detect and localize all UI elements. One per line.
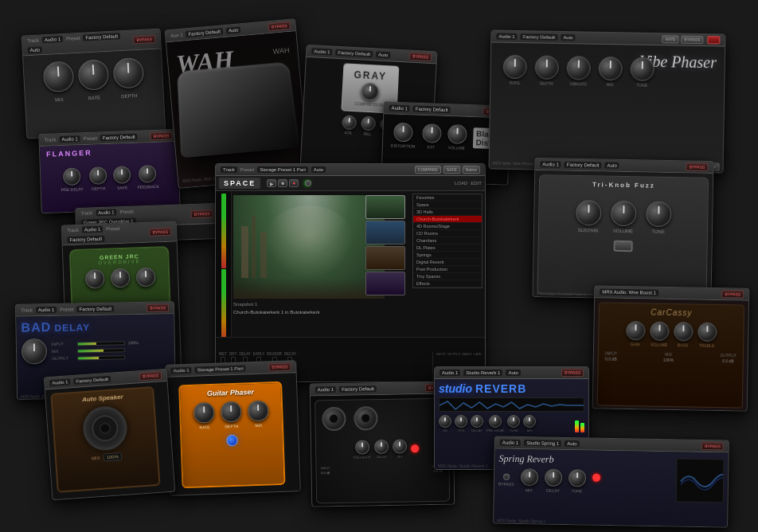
space-icon2[interactable] bbox=[305, 180, 311, 186]
space-stop-btn[interactable]: ■ bbox=[278, 179, 287, 187]
space-list-3dhalls[interactable]: 3D Halls bbox=[413, 209, 482, 216]
chorus-knob-rate[interactable] bbox=[77, 59, 109, 91]
studioreverb-knob-on[interactable] bbox=[439, 415, 451, 428]
overdrive-knob-3[interactable] bbox=[135, 268, 155, 288]
studioreverb-knob-mix[interactable] bbox=[523, 415, 536, 428]
space-list-space[interactable]: Space bbox=[413, 201, 482, 209]
wireboost-plugin[interactable]: MRX Audio: Wire Boost 1 BYPASS CarCassy … bbox=[592, 285, 750, 411]
tapeecho-plugin[interactable]: Audio 1 Factory Default BYPASS FEEDBACK bbox=[310, 381, 455, 507]
wireboost-knob-bass[interactable] bbox=[674, 322, 693, 341]
overdrive-knob-2[interactable] bbox=[110, 268, 130, 288]
space-list-4drooms[interactable]: 4D Rooms/Stage bbox=[413, 223, 482, 230]
wah-bypass-btn[interactable]: BYPASS bbox=[268, 22, 291, 31]
space-thumb-1[interactable] bbox=[365, 195, 405, 219]
space-list-tiny[interactable]: Tiny Spaces bbox=[413, 273, 482, 280]
flanger-knob-depth[interactable] bbox=[89, 166, 107, 185]
delay-bypass-btn[interactable]: BYPASS bbox=[147, 303, 169, 311]
chorus-knob-depth[interactable] bbox=[112, 57, 144, 89]
space-preset-list[interactable]: Favorites Space 3D Halls Church-Butokate… bbox=[412, 194, 483, 288]
springreverb-knob-decay[interactable] bbox=[545, 469, 562, 487]
chorus-plugin[interactable]: Track Audio 1 Preset Factory Default Aut… bbox=[21, 29, 166, 139]
space-list-church[interactable]: Church-Butokaterkerk bbox=[413, 216, 482, 223]
distortion-knob-dist[interactable] bbox=[393, 123, 413, 143]
studioreverb-knob-tone[interactable] bbox=[507, 415, 520, 428]
space-thumb-3[interactable] bbox=[365, 246, 405, 270]
springreverb-on-btn[interactable] bbox=[503, 474, 510, 480]
chorus-bypass-btn[interactable]: BYPASS bbox=[133, 35, 155, 44]
tapeecho-knob-feedback[interactable] bbox=[354, 440, 369, 454]
fuzz-knob-volume[interactable] bbox=[611, 201, 637, 227]
wireboost-knob-gain[interactable] bbox=[626, 321, 645, 340]
guitarphaser-bypass-btn[interactable]: BYPASS bbox=[269, 362, 291, 371]
space-list-favorites[interactable]: Favorites bbox=[413, 194, 482, 201]
tapeecho-knob-mix[interactable] bbox=[393, 439, 407, 453]
wah-rocker[interactable] bbox=[177, 62, 299, 158]
compressor-knob-main[interactable] bbox=[361, 82, 379, 100]
autospeaker-bypass-btn[interactable]: BYPASS bbox=[139, 371, 162, 381]
fuzz-knob-sustain[interactable] bbox=[576, 200, 602, 226]
compressor-knob-attack[interactable] bbox=[342, 115, 357, 130]
springreverb-plugin[interactable]: Audio 1 Studio Spring 1 Auto BYPASS Spri… bbox=[493, 436, 729, 527]
springreverb-knob-mix[interactable] bbox=[521, 468, 538, 486]
space-load-tab[interactable]: LOAD bbox=[455, 181, 467, 186]
space-safe-btn[interactable]: SAFE bbox=[443, 166, 460, 174]
vibe-knob-tone[interactable] bbox=[630, 57, 654, 82]
chorus-knob-mix[interactable] bbox=[42, 61, 74, 92]
distortion-knob-vol[interactable] bbox=[447, 124, 467, 144]
tapeecho-power-led[interactable] bbox=[411, 444, 419, 452]
space-list-cdrooms[interactable]: CD Rooms bbox=[413, 230, 482, 237]
vibe-input-btn[interactable]: RATE bbox=[662, 35, 679, 43]
vibe-power-btn[interactable] bbox=[707, 36, 720, 44]
vibe-knob-vibrato[interactable] bbox=[566, 56, 591, 80]
space-play-btn[interactable]: ▶ bbox=[267, 179, 276, 187]
space-native-btn[interactable]: Native bbox=[463, 166, 480, 174]
springreverb-knob-tone[interactable] bbox=[568, 469, 586, 487]
vibe-bypass-btn[interactable]: BYPASS bbox=[682, 36, 704, 44]
fuzz-plugin[interactable]: Audio 1 Factory Default Auto BYPASS Tri-… bbox=[532, 158, 713, 300]
autospeaker-plugin[interactable]: Audio 1 Factory Default BYPASS Auto Spea… bbox=[44, 369, 175, 500]
fuzz-bypass-btn[interactable]: BYPASS bbox=[686, 162, 709, 170]
chorussimon-bypass-btn[interactable]: BYPASS bbox=[191, 209, 213, 218]
flanger-knob-feedback[interactable] bbox=[139, 165, 157, 183]
delay-knob-main[interactable] bbox=[21, 338, 48, 365]
vibe-knob-depth[interactable] bbox=[534, 55, 559, 80]
space-rec-btn[interactable]: ● bbox=[289, 179, 299, 187]
guitarphaser-knob-depth[interactable] bbox=[221, 401, 242, 423]
flanger-knob-predelay[interactable] bbox=[63, 167, 81, 186]
flanger-knob-safe[interactable] bbox=[113, 166, 131, 184]
space-list-digital[interactable]: Digital Reverb bbox=[413, 259, 482, 266]
guitarphaser-knob-rate[interactable] bbox=[193, 402, 215, 424]
space-edit-tab[interactable]: EDIT bbox=[471, 181, 482, 186]
compressor-bypass-btn[interactable]: BYPASS bbox=[409, 53, 432, 61]
springreverb-bypass-btn[interactable]: BYPASS bbox=[701, 442, 724, 450]
studioreverb-bypass-btn[interactable]: BYPASS bbox=[561, 369, 584, 377]
studioreverb-knob-decay[interactable] bbox=[471, 415, 483, 428]
fuzz-stomp-btn[interactable] bbox=[613, 241, 632, 252]
space-list-chambers[interactable]: Chambers bbox=[413, 237, 482, 244]
vibe-plugin[interactable]: Audio 1 Factory Default Auto RATE BYPASS… bbox=[488, 29, 725, 173]
fuzz-knob-tone[interactable] bbox=[646, 201, 672, 227]
tapeecho-knob-delay[interactable] bbox=[374, 440, 389, 454]
distortion-knob-ext[interactable] bbox=[422, 123, 442, 143]
space-list-effects[interactable]: Effects bbox=[413, 280, 482, 288]
space-list-post[interactable]: Post Production bbox=[413, 266, 482, 273]
space-tab-space[interactable]: SPACE bbox=[219, 178, 260, 189]
wireboost-knob-volume[interactable] bbox=[650, 322, 669, 341]
space-list-dlplates[interactable]: DL Plates bbox=[413, 244, 482, 252]
studioreverb-knob-tips[interactable] bbox=[455, 415, 467, 428]
space-list-springs[interactable]: Springs bbox=[413, 252, 482, 259]
space-thumb-2[interactable] bbox=[365, 221, 405, 244]
flanger-bypass-btn[interactable]: BYPASS bbox=[150, 131, 173, 140]
guitarphaser-knob-mix[interactable] bbox=[248, 400, 269, 421]
compressor-knob-release[interactable] bbox=[361, 116, 376, 131]
flanger-plugin[interactable]: Track Audio 1 Preset Factory Default BYP… bbox=[38, 129, 180, 213]
vibe-knob-mix[interactable] bbox=[598, 57, 623, 81]
overdrive-bypass-btn[interactable]: BYPASS bbox=[149, 228, 171, 237]
space-thumb-4[interactable] bbox=[365, 272, 405, 295]
space-plugin[interactable]: Track Preset Storage Preset 1 Part Auto … bbox=[215, 163, 486, 382]
guitarphaser-plugin[interactable]: Audio 1 Storage Preset 1 Part BYPASS Gui… bbox=[165, 360, 301, 496]
vibe-knob-rate[interactable] bbox=[502, 55, 527, 80]
overdrive-knob-1[interactable] bbox=[84, 269, 104, 289]
space-compare-btn[interactable]: COMPARE bbox=[415, 166, 441, 174]
studioreverb-knob-predelay[interactable] bbox=[489, 415, 502, 428]
